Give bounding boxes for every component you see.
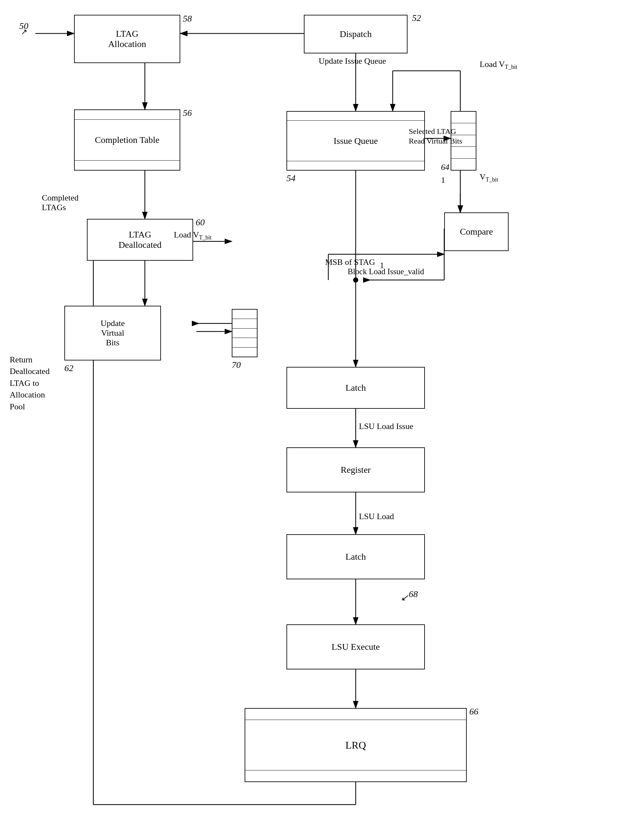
dispatch-box: Dispatch [304,15,408,54]
load-vt-bit-bottom-label: Load VT_bit [174,230,212,241]
latch1-box: Latch [286,367,425,409]
lsu-execute-box: LSU Execute [286,624,425,669]
msb-stag-label: MSB of STAG [325,257,375,267]
latch2-box: Latch [286,534,425,579]
issue-queue-label: Issue Queue [334,136,378,146]
completion-table-ref: 56 [183,108,192,118]
issue-queue-box: Issue Queue [286,111,425,171]
lsu-load-issue-label: LSU Load Issue [359,422,413,431]
update-virtual-bits-ref: 62 [64,363,73,373]
completed-ltags-label: Completed LTAGs [42,193,79,212]
completion-table-label: Completion Table [95,135,160,145]
one-label-right: 1 [441,175,445,185]
vt-bit-label: VT_bit [479,172,498,183]
block-load-issue-valid-label: Block Load Issue_valid [348,267,424,276]
ref-50-arrow: ↗ [21,27,27,36]
update-virtual-bits-box: Update Virtual Bits [64,306,161,360]
completion-table-box: Completion Table [74,109,180,171]
ltag-allocation-ref: 58 [183,14,192,24]
compare-box: Compare [444,212,509,251]
ltag-deallocated-ref: 60 [196,217,205,227]
sixty-four-label: 64 [441,163,449,172]
lrq-ref: 66 [469,706,478,717]
return-deallocated-label: Return Deallocated LTAG to Allocation Po… [9,354,49,413]
ltag-allocation-box: LTAG Allocation [74,15,180,63]
vt-bits-array-local [232,309,258,357]
latch2-ref: 68 [409,589,418,599]
lrq-label: LRQ [345,739,366,751]
svg-point-10 [353,278,358,283]
load-vt-bit-top-label: Load VT_bit [479,60,517,71]
dispatch-ref: 52 [412,13,421,23]
vt-bits-array-local-ref: 70 [232,360,241,370]
lrq-box: LRQ [245,708,467,782]
update-issue-queue-label: Update Issue Queue [319,56,386,66]
latch2-ref-arrow: ↙ [401,592,408,603]
register-box: Register [286,447,425,493]
selected-ltag-label: Selected LTAG [409,127,456,136]
diagram-container: 50 ↗ Dispatch 52 LTAG Allocation 58 Comp… [0,0,628,840]
lsu-load-label: LSU Load [359,512,394,521]
read-virtual-bits-label: Read Virtual Bits [409,137,462,145]
issue-queue-ref: 54 [286,173,296,183]
